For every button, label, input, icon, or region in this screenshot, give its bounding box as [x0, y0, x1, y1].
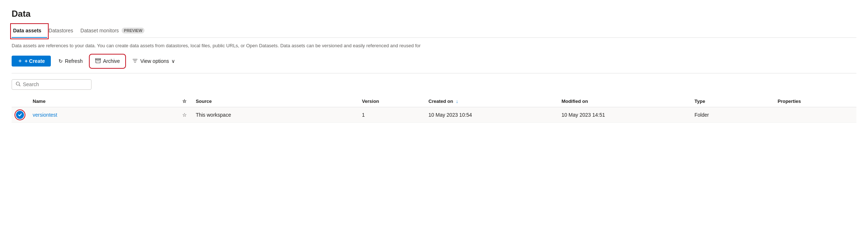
- tabs-bar: Data assets Datastores Dataset monitors …: [12, 25, 856, 38]
- view-options-chevron-icon: ∨: [171, 58, 175, 64]
- create-button-label: + Create: [25, 58, 45, 64]
- row-star-cell[interactable]: ☆: [178, 107, 191, 123]
- view-options-button[interactable]: View options ∨: [127, 55, 179, 67]
- archive-icon: [95, 58, 101, 65]
- create-button[interactable]: ＋ + Create: [12, 56, 51, 67]
- th-source: Source: [191, 96, 358, 107]
- th-name: Name: [28, 96, 178, 107]
- data-assets-table: Name ☆ Source Version Created on ↓ Modif…: [12, 96, 856, 123]
- tab-data-assets[interactable]: Data assets: [12, 25, 47, 38]
- toolbar: ＋ + Create ↻ Refresh Archive: [12, 55, 856, 67]
- row-source-cell: This workspace: [191, 107, 358, 123]
- tab-datastores[interactable]: Datastores: [47, 25, 79, 38]
- toolbar-divider: [12, 73, 856, 73]
- row-properties-cell: [773, 107, 856, 123]
- th-type: Type: [690, 96, 773, 107]
- search-icon: [16, 81, 21, 88]
- tab-datastores-label: Datastores: [49, 28, 73, 33]
- th-modified-on: Modified on: [557, 96, 690, 107]
- refresh-icon: ↻: [58, 58, 63, 64]
- tab-dataset-monitors-label: Dataset monitors: [81, 28, 119, 33]
- svg-rect-1: [96, 60, 100, 63]
- row-checkbox-checked[interactable]: [16, 111, 24, 119]
- create-icon: ＋: [17, 58, 23, 64]
- svg-line-7: [19, 85, 20, 86]
- page-description: Data assets are references to your data.…: [12, 42, 856, 49]
- view-options-button-label: View options: [140, 58, 169, 64]
- table-row: versiontest ☆ This workspace 1 10 May 20…: [12, 107, 856, 123]
- search-bar[interactable]: [12, 79, 91, 90]
- th-properties: Properties: [773, 96, 856, 107]
- row-checkbox-cell[interactable]: [12, 107, 28, 123]
- row-name-cell[interactable]: versiontest: [28, 107, 178, 123]
- tab-data-assets-label: Data assets: [13, 28, 41, 33]
- th-version: Version: [358, 96, 424, 107]
- row-version-cell: 1: [358, 107, 424, 123]
- search-input[interactable]: [23, 81, 87, 87]
- preview-badge: PREVIEW: [122, 28, 144, 33]
- archive-button-label: Archive: [103, 58, 120, 64]
- refresh-button-label: Refresh: [65, 58, 83, 64]
- row-type-cell: Folder: [690, 107, 773, 123]
- refresh-button[interactable]: ↻ Refresh: [54, 56, 87, 67]
- row-created-on-cell: 10 May 2023 10:54: [424, 107, 557, 123]
- th-checkbox: [12, 96, 28, 107]
- th-star: ☆: [178, 96, 191, 107]
- table-header-row: Name ☆ Source Version Created on ↓ Modif…: [12, 96, 856, 107]
- archive-button[interactable]: Archive: [90, 55, 125, 67]
- row-name-link[interactable]: versiontest: [33, 112, 57, 118]
- row-modified-on-cell: 10 May 2023 14:51: [557, 107, 690, 123]
- tab-dataset-monitors[interactable]: Dataset monitors PREVIEW: [79, 25, 151, 38]
- view-options-icon: [132, 58, 138, 65]
- th-created-on[interactable]: Created on ↓: [424, 96, 557, 107]
- sort-icon: ↓: [456, 99, 459, 104]
- star-icon[interactable]: ☆: [182, 112, 187, 118]
- page-title: Data: [12, 9, 856, 19]
